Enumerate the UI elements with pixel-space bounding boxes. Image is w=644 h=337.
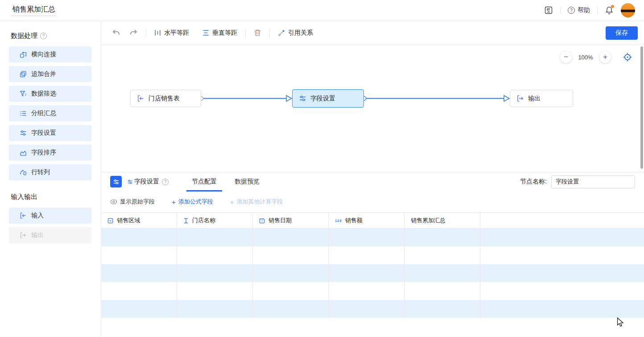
topbar-divider bbox=[597, 7, 598, 14]
table-cell bbox=[405, 282, 480, 300]
field-settings-node-icon bbox=[110, 176, 122, 187]
column-header-sales-date[interactable]: 7 销售日期 bbox=[253, 213, 329, 228]
table-cell bbox=[253, 229, 329, 246]
delete-button[interactable] bbox=[251, 27, 264, 38]
save-button[interactable]: 保存 bbox=[606, 26, 638, 40]
sidebar-section-data-processing: 数据处理 ? bbox=[0, 32, 101, 46]
table-row bbox=[101, 229, 644, 246]
column-header-store-name[interactable]: 门店名称 bbox=[177, 213, 253, 228]
tab-data-preview[interactable]: 数据预览 bbox=[235, 172, 260, 191]
panel-help-icon[interactable]: ? bbox=[162, 179, 169, 185]
notification-dot bbox=[611, 5, 614, 8]
table-cell bbox=[253, 282, 329, 300]
table-cell bbox=[101, 300, 177, 318]
reference-relation-button[interactable]: 引用关系 bbox=[275, 27, 316, 39]
sidebar: 数据处理 ? 横向连接 追加合并 数据筛选 bbox=[0, 21, 101, 337]
horizontal-distribute-button[interactable]: 水平等距 bbox=[152, 27, 192, 39]
canvas-scrollbar[interactable] bbox=[640, 46, 643, 169]
sidebar-item-label: 字段排序 bbox=[31, 149, 56, 157]
sidebar-item-row-to-column[interactable]: 行转列 bbox=[9, 164, 91, 180]
page-title[interactable]: 销售累加汇总 bbox=[12, 5, 55, 16]
column-header-sales-running-total[interactable]: 销售累加汇总 bbox=[405, 213, 480, 228]
sidebar-section-input-output: 输入输出 bbox=[0, 193, 101, 208]
node-store-sales-table[interactable]: 门店销售表 bbox=[130, 90, 201, 107]
horizontal-distribute-label: 水平等距 bbox=[164, 29, 189, 37]
vertical-distribute-button[interactable]: 垂直等距 bbox=[200, 27, 240, 39]
sidebar-item-input[interactable]: 输入 bbox=[9, 208, 91, 224]
sidebar-item-field-settings[interactable]: 字段设置 bbox=[9, 125, 91, 141]
table-cell bbox=[329, 282, 405, 300]
panel-header: 字段设置 ? 节点配置 数据预览 节点名称: bbox=[101, 172, 644, 191]
fields-table: 销售区域 门店名称 7 销售日期 123 bbox=[101, 212, 644, 318]
add-formula-field-button[interactable]: + 添加公式字段 bbox=[172, 198, 213, 206]
node-field-settings[interactable]: 字段设置 bbox=[292, 89, 364, 108]
date-field-icon: 7 bbox=[259, 218, 265, 224]
sidebar-item-field-sort[interactable]: 字段排序 bbox=[9, 145, 91, 161]
trash-icon bbox=[254, 29, 261, 37]
table-cell bbox=[480, 282, 644, 300]
sidebar-item-horizontal-join[interactable]: 横向连接 bbox=[9, 46, 91, 62]
flow-edges bbox=[101, 45, 644, 172]
question-icon: ? bbox=[568, 7, 575, 14]
node-label: 输出 bbox=[528, 95, 541, 103]
table-header: 销售区域 门店名称 7 销售日期 123 bbox=[101, 212, 644, 229]
input-icon bbox=[20, 212, 27, 219]
column-header-sales-amount[interactable]: 123 销售额 bbox=[329, 213, 405, 228]
redo-icon bbox=[129, 29, 138, 37]
table-cell bbox=[101, 229, 177, 246]
show-original-fields-button[interactable]: 显示原始字段 bbox=[110, 198, 155, 206]
column-header-sales-region[interactable]: 销售区域 bbox=[101, 213, 177, 228]
table-cell bbox=[329, 246, 405, 264]
column-header-empty bbox=[480, 213, 644, 228]
sidebar-item-label: 分组汇总 bbox=[31, 109, 56, 117]
table-row bbox=[101, 246, 644, 264]
undo-button[interactable] bbox=[109, 27, 123, 38]
table-cell bbox=[480, 300, 644, 318]
section-help-icon[interactable]: ? bbox=[40, 33, 47, 39]
panel-tabs: 节点配置 数据预览 bbox=[192, 172, 260, 191]
group-summary-icon bbox=[20, 110, 27, 117]
table-cell bbox=[177, 282, 253, 300]
add-other-calc-field-button: + 添加其他计算字段 bbox=[230, 198, 283, 206]
sidebar-item-group-summary[interactable]: 分组汇总 bbox=[9, 105, 91, 121]
fit-view-button[interactable] bbox=[623, 52, 632, 62]
output-icon bbox=[20, 232, 27, 239]
sidebar-item-label: 输入 bbox=[31, 212, 44, 220]
topbar-actions: ? 帮助 bbox=[544, 3, 635, 17]
table-cell bbox=[480, 246, 644, 264]
column-label: 销售区域 bbox=[117, 216, 140, 225]
number-field-icon: 123 bbox=[335, 219, 342, 223]
redo-button[interactable] bbox=[127, 27, 140, 38]
zoom-in-button[interactable]: + bbox=[599, 51, 611, 63]
notifications-button[interactable] bbox=[605, 6, 614, 15]
table-cell bbox=[101, 246, 177, 264]
text-field-icon bbox=[183, 218, 189, 224]
topbar: 销售累加汇总 ? 帮助 bbox=[0, 0, 644, 21]
avatar[interactable] bbox=[621, 3, 635, 17]
guide-icon[interactable] bbox=[544, 6, 553, 15]
column-label: 门店名称 bbox=[192, 216, 215, 225]
tab-node-config[interactable]: 节点配置 bbox=[192, 172, 217, 191]
flow-canvas[interactable]: 门店销售表 字段设置 输出 − 100% + bbox=[101, 45, 644, 172]
table-row bbox=[101, 300, 644, 318]
zoom-out-button[interactable]: − bbox=[560, 51, 572, 63]
node-output[interactable]: 输出 bbox=[510, 90, 573, 107]
help-button[interactable]: ? 帮助 bbox=[568, 6, 590, 14]
sidebar-item-append-merge[interactable]: 追加合并 bbox=[9, 66, 91, 82]
panel-title-text: 字段设置 bbox=[134, 178, 159, 186]
node-name-input[interactable] bbox=[551, 175, 635, 188]
input-icon bbox=[137, 95, 144, 102]
plus-icon: + bbox=[230, 199, 234, 205]
table-cell bbox=[329, 264, 405, 282]
node-name-label: 节点名称: bbox=[520, 178, 547, 186]
table-rows bbox=[101, 229, 644, 318]
vertical-distribute-icon bbox=[202, 29, 209, 36]
eye-icon bbox=[110, 199, 117, 204]
field-sort-icon bbox=[20, 149, 27, 156]
sidebar-item-label: 输出 bbox=[31, 231, 44, 239]
table-cell bbox=[405, 264, 480, 282]
field-settings-icon bbox=[127, 179, 133, 185]
panel-actions: 显示原始字段 + 添加公式字段 + 添加其他计算字段 bbox=[101, 191, 644, 212]
append-merge-icon bbox=[20, 71, 27, 78]
sidebar-item-data-filter[interactable]: 数据筛选 bbox=[9, 86, 91, 102]
